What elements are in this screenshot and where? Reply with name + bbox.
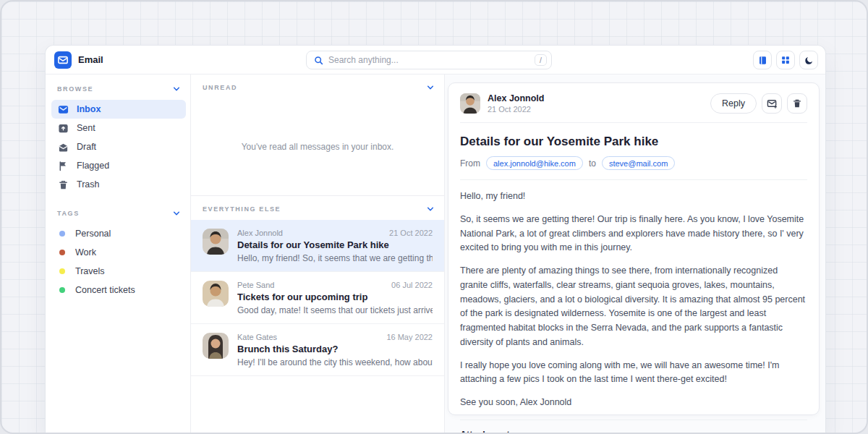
sidebar-item-inbox[interactable]: Inbox (51, 100, 186, 119)
everything-else-header[interactable]: EVERYTHING ELSE (191, 196, 444, 220)
grid-icon (781, 56, 790, 64)
everything-else-title: EVERYTHING ELSE (203, 205, 281, 213)
tag-color-dot (59, 287, 65, 293)
email-detail-panel: Alex Jonnold 21 Oct 2022 Reply (445, 75, 825, 434)
desktop-background: Email / (0, 0, 868, 434)
unread-section-header[interactable]: UNREAD (191, 75, 444, 98)
mark-unread-button[interactable] (762, 93, 782, 114)
email-paragraph: See you soon, Alex Jonnold (460, 396, 807, 410)
tag-label: Travels (75, 266, 105, 276)
tag-item-travels[interactable]: Travels (51, 262, 186, 281)
email-subject: Details for our Yosemite Park hike (237, 239, 433, 250)
tag-label: Concert tickets (75, 285, 135, 295)
avatar (460, 93, 480, 114)
attachments-title: Attachments (460, 430, 807, 434)
brand: Email (46, 51, 103, 69)
sidebar-item-draft[interactable]: Draft (51, 137, 186, 156)
browse-section-title: BROWSE (57, 85, 93, 93)
dark-mode-button[interactable] (799, 51, 818, 69)
tag-item-concert-tickets[interactable]: Concert tickets (51, 281, 186, 299)
flag-icon (57, 160, 69, 171)
unread-empty-state: You've read all messages in your inbox. (191, 98, 444, 195)
sidebar-item-label: Draft (77, 142, 96, 152)
tag-label: Work (75, 247, 96, 258)
email-paragraph: Hello, my friend! (460, 190, 807, 204)
browse-section-header[interactable]: BROWSE (46, 76, 190, 100)
search-shortcut-badge: / (535, 54, 547, 66)
unread-section-title: UNREAD (203, 84, 237, 91)
topbar-actions (753, 51, 818, 69)
divider (460, 420, 807, 420)
delete-button[interactable] (787, 93, 807, 114)
sidebar-item-trash[interactable]: Trash (51, 175, 186, 194)
email-preview: Hello, my friend! So, it seems that we a… (237, 253, 433, 263)
avatar (203, 333, 229, 359)
to-email-chip[interactable]: steve@mail.com (602, 156, 675, 170)
to-label: to (589, 158, 596, 169)
tag-color-dot (59, 268, 65, 274)
avatar (203, 229, 229, 255)
avatar (203, 281, 229, 307)
sent-icon (57, 122, 69, 134)
email-detail-card: Alex Jonnold 21 Oct 2022 Reply (448, 82, 820, 415)
sidebar: BROWSE Inbox Sent (46, 75, 191, 434)
chevron-down-icon[interactable] (427, 205, 434, 213)
tags-section-title: TAGS (57, 210, 80, 217)
moon-icon (804, 56, 814, 65)
sidebar-item-label: Flagged (77, 161, 109, 171)
trash-icon (57, 179, 69, 190)
notebook-icon (758, 56, 767, 65)
trash-icon (792, 98, 802, 109)
sidebar-item-label: Trash (77, 179, 100, 190)
message-list-column: UNREAD You've read all messages in your … (191, 75, 445, 434)
email-list-item[interactable]: Pete Sand 06 Jul 2022 Tickets for our up… (191, 272, 444, 324)
email-paragraph: So, it seems we are getting there! Our t… (460, 213, 807, 255)
topbar: Email / (46, 46, 825, 75)
chevron-down-icon[interactable] (173, 85, 180, 93)
draft-icon (57, 141, 69, 153)
tag-label: Personal (75, 229, 111, 239)
search-input[interactable] (328, 55, 529, 65)
email-list-item[interactable]: Alex Jonnold 21 Oct 2022 Details for our… (191, 220, 444, 272)
from-to-row: From alex.jonnold@hike.com to steve@mail… (460, 156, 807, 170)
tag-color-dot (59, 250, 65, 255)
tag-color-dot (59, 231, 65, 237)
email-sender: Alex Jonnold (237, 229, 283, 237)
detail-date: 21 Oct 2022 (488, 105, 544, 114)
chevron-down-icon[interactable] (427, 84, 434, 91)
email-paragraph: I really hope you love coming along with… (460, 359, 807, 388)
everything-else-section: EVERYTHING ELSE Alex Jonnold (191, 195, 444, 376)
search-icon (314, 56, 323, 65)
sidebar-item-label: Sent (77, 123, 95, 133)
sidebar-item-label: Inbox (77, 104, 101, 114)
email-detail-header: Alex Jonnold 21 Oct 2022 Reply (460, 93, 807, 123)
email-body: Hello, my friend! So, it seems we are ge… (460, 190, 807, 410)
from-email-chip[interactable]: alex.jonnold@hike.com (486, 156, 583, 170)
email-subject: Brunch this Saturday? (237, 344, 433, 354)
email-logo-icon (54, 51, 72, 69)
email-sender: Kate Gates (237, 333, 277, 341)
email-app-window: Email / (45, 45, 826, 434)
sidebar-item-sent[interactable]: Sent (51, 119, 186, 137)
tag-item-work[interactable]: Work (51, 243, 186, 262)
sidebar-item-flagged[interactable]: Flagged (51, 156, 186, 175)
email-date: 21 Oct 2022 (389, 229, 433, 237)
reply-button[interactable]: Reply (710, 93, 757, 114)
email-preview: Good day, mate! It seems that our ticket… (237, 305, 433, 315)
search-bar[interactable]: / (306, 51, 552, 69)
email-summary: Pete Sand 06 Jul 2022 Tickets for our up… (237, 281, 433, 315)
divider (460, 179, 807, 180)
inbox-icon (57, 103, 69, 115)
notebook-button[interactable] (753, 51, 772, 69)
apps-grid-button[interactable] (776, 51, 795, 69)
chevron-down-icon[interactable] (173, 210, 180, 217)
detail-sender-name: Alex Jonnold (488, 93, 544, 103)
detail-subject: Details for our Yosemite Park hike (460, 135, 807, 149)
app-title: Email (78, 54, 103, 65)
tags-section-header[interactable]: TAGS (46, 194, 190, 224)
tag-item-personal[interactable]: Personal (51, 224, 186, 243)
email-sender: Pete Sand (237, 281, 274, 289)
envelope-plus-icon (767, 98, 778, 109)
email-subject: Tickets for our upcoming trip (237, 292, 433, 302)
email-list-item[interactable]: Kate Gates 16 May 2022 Brunch this Satur… (191, 324, 444, 376)
